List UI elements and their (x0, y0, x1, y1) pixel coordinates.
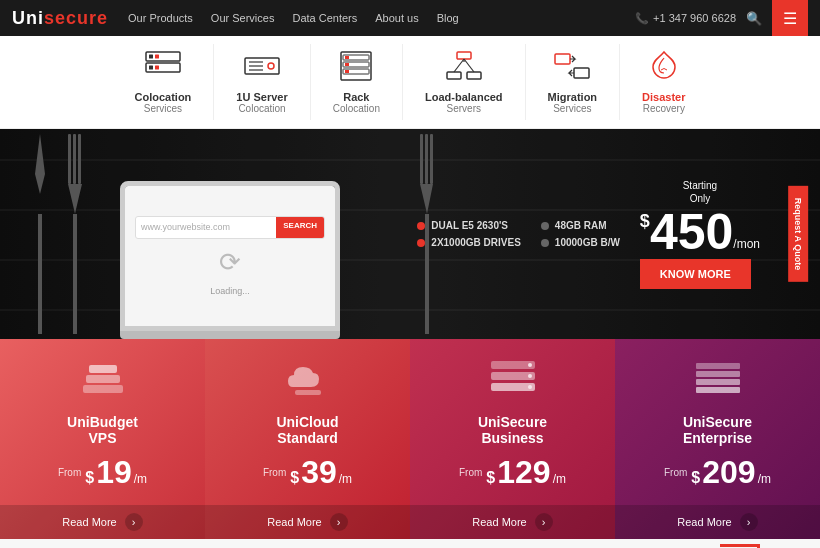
svg-rect-15 (345, 56, 349, 59)
migration-label: Migration (548, 91, 598, 103)
nav-item-disaster[interactable]: Disaster Recovery (620, 44, 707, 120)
nav-links: Our Products Our Services Data Centers A… (128, 12, 635, 24)
vps-from: From (58, 467, 81, 478)
nav-link-about[interactable]: About us (375, 12, 418, 24)
pricing-card-enterprise: UniSecureEnterprise From $ 209 /m Read M… (615, 339, 820, 539)
svg-rect-40 (83, 385, 123, 393)
spec-dual: DUAL E5 2630'S (431, 220, 508, 231)
1u-label: 1U Server (236, 91, 287, 103)
svg-rect-32 (68, 134, 71, 184)
hamburger-button[interactable]: ☰ (772, 0, 808, 36)
spec-bw: 10000GB B/W (555, 237, 620, 248)
vps-period: /m (134, 472, 147, 486)
svg-rect-5 (155, 66, 159, 70)
business-amount: 129 (497, 456, 550, 488)
disaster-label: Disaster (642, 91, 685, 103)
business-period: /m (553, 472, 566, 486)
1u-sublabel: Colocation (238, 103, 285, 114)
cloud-from: From (263, 467, 286, 478)
load-balanced-sublabel: Servers (447, 103, 481, 114)
svg-rect-4 (149, 66, 153, 70)
svg-rect-51 (696, 371, 740, 377)
rack-icon (337, 50, 375, 87)
disaster-icon (645, 50, 683, 87)
svg-rect-42 (89, 365, 117, 373)
svg-line-21 (454, 59, 464, 72)
pricing-section: UniBudgetVPS From $ 19 /m Read More › Un… (0, 339, 820, 539)
pricing-card-vps: UniBudgetVPS From $ 19 /m Read More › (0, 339, 205, 539)
enterprise-read-more-button[interactable]: Read More › (615, 505, 820, 539)
dropdown-nav: Colocation Services 1U Server Colocation (0, 36, 820, 129)
price-dollar: $ (640, 211, 650, 232)
pricing-card-cloud: UniCloudStandard From $ 39 /m Read More … (205, 339, 410, 539)
price-period: /mon (733, 237, 760, 251)
1u-server-icon (243, 50, 281, 87)
pricing-card-business: UniSecureBusiness From $ 129 /m Read Mor… (410, 339, 615, 539)
vps-icon (78, 357, 128, 406)
cloud-dollar: $ (290, 469, 299, 487)
enterprise-from: From (664, 467, 687, 478)
svg-rect-41 (86, 375, 120, 383)
enterprise-dollar: $ (691, 469, 700, 487)
request-quote-tab[interactable]: Request A Quote (788, 186, 808, 282)
load-balanced-label: Load-balanced (425, 91, 503, 103)
svg-rect-25 (574, 68, 589, 78)
search-icon[interactable]: 🔍 (746, 11, 762, 26)
svg-rect-31 (73, 214, 77, 334)
search-button[interactable]: SEARCH (276, 217, 324, 237)
nav-item-load-balanced[interactable]: Load-balanced Servers (403, 44, 526, 120)
hero-section: www.yourwebsite.com SEARCH ⟳ Loading... (0, 129, 820, 339)
hero-pricing: StartingOnly $ 450 /mon KNOW MORE (640, 179, 760, 289)
svg-rect-53 (696, 387, 740, 393)
price-amount: 450 (650, 207, 733, 257)
migration-sublabel: Services (553, 103, 591, 114)
svg-point-47 (528, 363, 532, 367)
svg-rect-18 (457, 52, 471, 59)
svg-point-49 (528, 385, 532, 389)
business-title: UniSecureBusiness (478, 414, 547, 446)
nav-item-colocation[interactable]: Colocation Services (112, 44, 214, 120)
svg-rect-34 (78, 134, 81, 184)
cloud-read-more-button[interactable]: Read More › (205, 505, 410, 539)
vps-dollar: $ (85, 469, 94, 487)
enterprise-title: UniSecureEnterprise (683, 414, 752, 446)
svg-line-22 (464, 59, 474, 72)
svg-rect-20 (467, 72, 481, 79)
enterprise-icon (693, 357, 743, 406)
know-more-button[interactable]: KNOW MORE (640, 259, 751, 289)
svg-rect-43 (295, 390, 321, 395)
spec-drives: 2X1000GB DRIVES (431, 237, 521, 248)
nav-link-services[interactable]: Our Services (211, 12, 275, 24)
svg-rect-50 (696, 363, 740, 369)
colocation-icon (144, 50, 182, 87)
svg-rect-1 (149, 55, 153, 59)
hero-background: www.yourwebsite.com SEARCH ⟳ Loading... (0, 129, 820, 339)
navbar: Unisecure Our Products Our Services Data… (0, 0, 820, 36)
hero-specs: DUAL E5 2630'S 2X1000GB DRIVES 48GB RAM (417, 220, 620, 248)
rack-label: Rack (343, 91, 369, 103)
cloud-amount: 39 (301, 456, 337, 488)
disaster-sublabel: Recovery (643, 103, 685, 114)
business-read-more-button[interactable]: Read More › (410, 505, 615, 539)
business-from: From (459, 467, 482, 478)
nav-link-products[interactable]: Our Products (128, 12, 193, 24)
nav-item-rack[interactable]: Rack Colocation (311, 44, 403, 120)
nav-item-1u-server[interactable]: 1U Server Colocation (214, 44, 310, 120)
nav-link-datacenters[interactable]: Data Centers (292, 12, 357, 24)
nav-item-migration[interactable]: Migration Services (526, 44, 621, 120)
vps-read-more-button[interactable]: Read More › (0, 505, 205, 539)
svg-rect-2 (155, 55, 159, 59)
svg-rect-16 (345, 63, 349, 66)
migration-icon (553, 50, 591, 87)
svg-rect-17 (345, 70, 349, 73)
nav-phone: 📞 +1 347 960 6628 (635, 12, 736, 25)
nav-link-blog[interactable]: Blog (437, 12, 459, 24)
enterprise-period: /m (758, 472, 771, 486)
logo: Unisecure (12, 8, 108, 29)
vps-title: UniBudgetVPS (67, 414, 138, 446)
why-section: Why choose Unisecure? (0, 539, 820, 548)
svg-rect-24 (555, 54, 570, 64)
cloud-icon (283, 357, 333, 406)
cloud-title: UniCloudStandard (276, 414, 338, 446)
svg-point-48 (528, 374, 532, 378)
